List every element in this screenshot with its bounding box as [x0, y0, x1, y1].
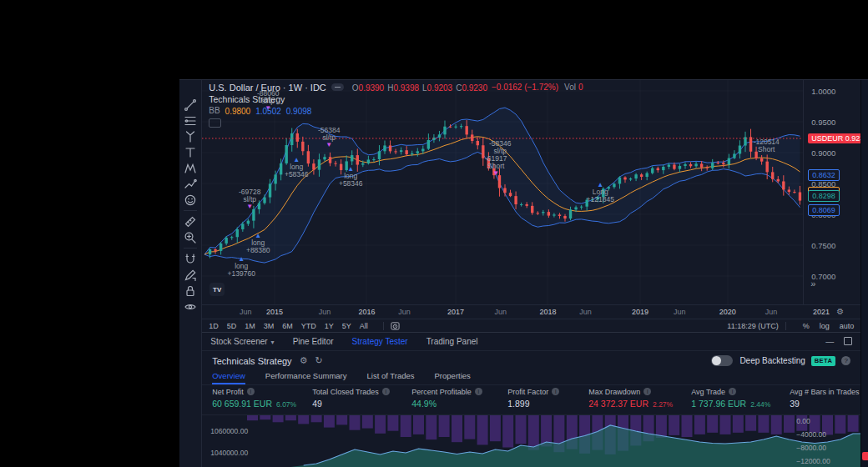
tradingview-logo[interactable]: TV	[209, 283, 225, 296]
go-to-realtime-button[interactable]: »	[810, 279, 815, 289]
strategy-legend-title[interactable]: Technicals Strategy	[209, 93, 583, 104]
forecast-icon[interactable]	[181, 176, 199, 192]
price-axis[interactable]: 1.00000.95000.90000.85000.80000.75000.70…	[803, 80, 860, 304]
strategy-tester-panel: Stock Screener▾Pine EditorStrategy Teste…	[202, 332, 860, 467]
auto-scale-button[interactable]: auto	[840, 322, 855, 330]
divider	[383, 322, 384, 330]
percent-scale-button[interactable]: %	[803, 322, 810, 330]
stat-max-drawdown: Max Drawdowni24 372.37 EUR2.27%	[588, 388, 691, 415]
strategy-settings-gear-icon[interactable]: ⚙	[300, 355, 308, 366]
month-label: Jun	[674, 308, 686, 316]
deep-backtesting-label: Deep Backtesting	[739, 356, 805, 365]
bb-indicator-label[interactable]: BB	[209, 106, 220, 115]
deep-backtesting-toggle[interactable]	[711, 355, 733, 366]
info-icon[interactable]: i	[247, 388, 255, 395]
range-6m-button[interactable]: 6M	[282, 322, 293, 330]
stat-label: Max Drawdowni	[588, 388, 691, 396]
subtab-overview[interactable]: Overview	[212, 371, 245, 384]
beta-badge: BETA	[811, 356, 835, 366]
range-1d-button[interactable]: 1D	[209, 322, 219, 330]
tab-strategy-tester[interactable]: Strategy Tester	[352, 337, 408, 346]
tab-pine-editor[interactable]: Pine Editor	[293, 337, 334, 346]
minimize-panel-icon[interactable]: —	[825, 337, 834, 346]
stat-profit-factor: Profit Factori1.899	[507, 388, 588, 415]
subtab-list-of-trades[interactable]: List of Trades	[367, 371, 415, 384]
bb-value: 1.0502	[255, 107, 281, 116]
stat-value: 24 372.37 EUR2.27%	[588, 399, 691, 409]
trend-line-icon[interactable]	[181, 97, 199, 113]
right-edge-strip	[860, 80, 868, 467]
xabcd-pattern-icon[interactable]	[181, 160, 199, 176]
equity-right-axis-label: −8000.00	[796, 444, 826, 452]
range-3m-button[interactable]: 3M	[264, 322, 275, 330]
zoom-in-icon[interactable]	[181, 229, 199, 245]
strategy-refresh-icon[interactable]: ↻	[315, 355, 323, 366]
measure-icon[interactable]	[181, 213, 199, 229]
go-to-date-icon[interactable]	[391, 319, 400, 334]
emoji-icon[interactable]	[181, 192, 199, 208]
panel-window-controls: —	[825, 337, 852, 346]
volume-value: 0	[578, 83, 583, 92]
info-icon[interactable]: i	[643, 388, 651, 395]
subtab-performance-summary[interactable]: Performance Summary	[265, 371, 347, 384]
price-label-pill: USDEUR 0.9230	[808, 133, 860, 143]
performance-stats-row: Net Profiti60 659.91 EUR6.07%Total Close…	[202, 385, 860, 415]
lock-all-icon[interactable]	[181, 283, 199, 299]
range-5d-button[interactable]: 5D	[227, 322, 237, 330]
log-scale-button[interactable]: log	[820, 322, 830, 330]
time-axis[interactable]: Jun2015Jun2016Jun2017Jun2018Jun2019Jun20…	[202, 304, 860, 319]
pitchfork-icon[interactable]	[181, 128, 199, 144]
info-icon[interactable]: i	[552, 388, 559, 395]
timeframe-bar: 1D5D1M3M6MYTD1Y5YAll 11:18:29 (UTC) % lo…	[202, 319, 860, 332]
price-tick: 0.9000	[811, 148, 835, 158]
stat-value: 39	[790, 399, 868, 409]
help-icon[interactable]: ?	[841, 356, 850, 365]
maximize-panel-icon[interactable]	[844, 337, 852, 345]
fib-retracement-icon[interactable]	[181, 113, 199, 128]
stat-value: 49	[312, 399, 411, 409]
ohlc-value: 0.9398	[393, 83, 419, 93]
tab-stock-screener[interactable]: Stock Screener▾	[210, 337, 274, 346]
clock[interactable]: 11:18:29 (UTC)	[727, 322, 778, 330]
stat-percent: 2.27%	[653, 400, 673, 409]
price-chart-pane[interactable]: -88060sl/tp▼-56384sl/tp▼▲long+58346▲long…	[202, 80, 860, 304]
time-axis-settings-gear-icon[interactable]: ⚙	[836, 307, 844, 316]
change-value: −0.0162 (−1.72%)	[492, 83, 558, 92]
info-icon[interactable]: i	[729, 388, 736, 395]
stat-net-profit: Net Profiti60 659.91 EUR6.07%	[212, 388, 312, 415]
symbol-title[interactable]: U.S. Dollar / Euro · 1W · IDC	[209, 83, 326, 93]
price-tick: 0.7500	[811, 241, 835, 250]
tab-trading-panel[interactable]: Trading Panel	[426, 337, 478, 346]
stat-value: 60 659.91 EUR6.07%	[212, 399, 312, 409]
range-5y-button[interactable]: 5Y	[342, 322, 351, 330]
range-all-button[interactable]: All	[360, 322, 368, 330]
drawing-lock-icon[interactable]	[181, 267, 199, 283]
price-label-pill: 0.8298	[808, 190, 840, 202]
report-subtabs: OverviewPerformance SummaryList of Trade…	[202, 371, 860, 385]
subtab-properties[interactable]: Properties	[435, 371, 471, 384]
info-icon[interactable]: i	[475, 388, 482, 395]
magnet-icon[interactable]	[181, 251, 199, 267]
equity-chart[interactable]: 1060000.001040000.000.00−4000.00−8000.00…	[202, 414, 860, 467]
range-1y-button[interactable]: 1Y	[325, 322, 334, 330]
ohlc-value: 0.9230	[462, 83, 487, 93]
legend-collapsed-box[interactable]	[209, 118, 221, 128]
month-label: Jun	[398, 308, 411, 316]
text-icon[interactable]	[181, 144, 199, 160]
bb-indicator-values: 0.98001.05020.9098	[225, 106, 317, 116]
equity-chart-svg	[202, 415, 860, 467]
hide-drawings-icon[interactable]	[181, 299, 199, 314]
info-icon[interactable]: i	[382, 388, 390, 395]
cutoff-red-label	[862, 452, 868, 460]
range-ytd-button[interactable]: YTD	[301, 322, 316, 330]
stat-label: Profit Factori	[507, 388, 588, 396]
collapse-legend-icon[interactable]	[331, 83, 344, 91]
stat-value: 1.899	[507, 399, 588, 409]
stat-label: Net Profiti	[212, 388, 312, 396]
toolbar-divider	[184, 210, 197, 211]
price-label-pill: 0.8632	[808, 169, 840, 181]
year-label: 2015	[266, 308, 283, 316]
ohlc-values: O0.9390H0.9398L0.9203C0.9230	[349, 83, 487, 93]
range-1m-button[interactable]: 1M	[245, 322, 255, 330]
strategy-title: Technicals Strategy	[212, 356, 291, 366]
